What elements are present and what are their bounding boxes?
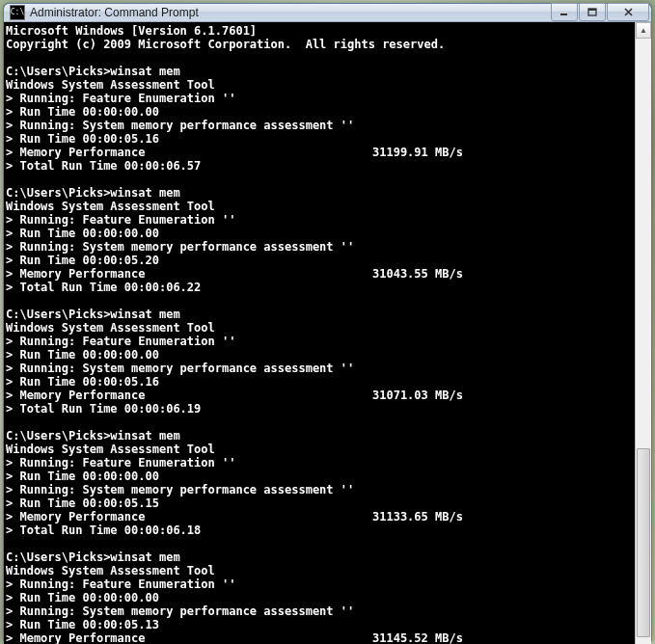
scroll-up-button[interactable]: ▲ [636, 22, 651, 39]
prompt-line: C:\Users\Picks>winsat mem [6, 308, 635, 321]
step-feature-enum: > Running: Feature Enumeration '' [6, 92, 635, 105]
total-run-time: > Total Run Time 00:00:06.57 [6, 159, 635, 173]
banner-copyright: Copyright (c) 2009 Microsoft Corporation… [6, 38, 635, 51]
run-time-1: > Run Time 00:00:00.00 [6, 470, 635, 483]
close-button[interactable] [607, 3, 649, 21]
prompt-line: C:\Users\Picks>winsat mem [6, 429, 635, 443]
step-feature-enum: > Running: Feature Enumeration '' [6, 213, 635, 227]
tool-name: Windows System Assessment Tool [6, 321, 635, 335]
scroll-thumb[interactable] [637, 448, 650, 637]
memory-performance-line: > Memory Performance31145.52 MB/s [6, 631, 635, 644]
total-run-time: > Total Run Time 00:00:06.22 [6, 281, 635, 294]
memory-performance-line: > Memory Performance31071.03 MB/s [6, 389, 635, 402]
run-time-1: > Run Time 00:00:00.00 [6, 591, 635, 604]
run-time-1: > Run Time 00:00:00.00 [6, 227, 635, 240]
console-output[interactable]: Microsoft Windows [Version 6.1.7601]Copy… [4, 22, 635, 644]
titlebar[interactable]: C:\ Administrator: Command Prompt [4, 4, 651, 22]
step-mem-assessment: > Running: System memory performance ass… [6, 240, 635, 254]
prompt-line: C:\Users\Picks>winsat mem [6, 186, 635, 200]
total-run-time: > Total Run Time 00:00:06.18 [6, 523, 635, 537]
memory-performance-line: > Memory Performance31043.55 MB/s [6, 267, 635, 281]
step-mem-assessment: > Running: System memory performance ass… [6, 483, 635, 496]
svg-rect-0 [560, 13, 567, 15]
total-run-time: > Total Run Time 00:00:06.19 [6, 402, 635, 416]
run-time-2: > Run Time 00:00:05.15 [6, 496, 635, 510]
tool-name: Windows System Assessment Tool [6, 443, 635, 456]
svg-rect-2 [588, 9, 596, 11]
run-time-1: > Run Time 00:00:00.00 [6, 105, 635, 119]
run-time-2: > Run Time 00:00:05.16 [6, 375, 635, 389]
step-mem-assessment: > Running: System memory performance ass… [6, 362, 635, 375]
run-time-1: > Run Time 00:00:00.00 [6, 348, 635, 362]
minimize-button[interactable] [551, 3, 578, 21]
blank-line [6, 173, 635, 186]
cmd-icon: C:\ [10, 5, 25, 20]
step-feature-enum: > Running: Feature Enumeration '' [6, 577, 635, 591]
memory-performance-line: > Memory Performance31133.65 MB/s [6, 510, 635, 523]
step-mem-assessment: > Running: System memory performance ass… [6, 604, 635, 618]
run-time-2: > Run Time 00:00:05.20 [6, 254, 635, 267]
window-title: Administrator: Command Prompt [30, 6, 551, 19]
prompt-line: C:\Users\Picks>winsat mem [6, 550, 635, 564]
step-feature-enum: > Running: Feature Enumeration '' [6, 456, 635, 470]
blank-line [6, 294, 635, 308]
scroll-track[interactable] [636, 39, 651, 644]
blank-line [6, 416, 635, 429]
blank-line [6, 51, 635, 65]
step-feature-enum: > Running: Feature Enumeration '' [6, 335, 635, 348]
tool-name: Windows System Assessment Tool [6, 200, 635, 213]
banner-version: Microsoft Windows [Version 6.1.7601] [6, 24, 635, 38]
run-time-2: > Run Time 00:00:05.16 [6, 132, 635, 146]
command-prompt-window: C:\ Administrator: Command Prompt Micros… [3, 3, 652, 641]
run-time-2: > Run Time 00:00:05.13 [6, 618, 635, 631]
memory-performance-line: > Memory Performance31199.91 MB/s [6, 146, 635, 159]
tool-name: Windows System Assessment Tool [6, 564, 635, 577]
tool-name: Windows System Assessment Tool [6, 78, 635, 92]
blank-line [6, 537, 635, 550]
vertical-scrollbar[interactable]: ▲ ▼ [635, 22, 651, 644]
step-mem-assessment: > Running: System memory performance ass… [6, 119, 635, 132]
prompt-line: C:\Users\Picks>winsat mem [6, 65, 635, 78]
maximize-button[interactable] [579, 3, 606, 21]
